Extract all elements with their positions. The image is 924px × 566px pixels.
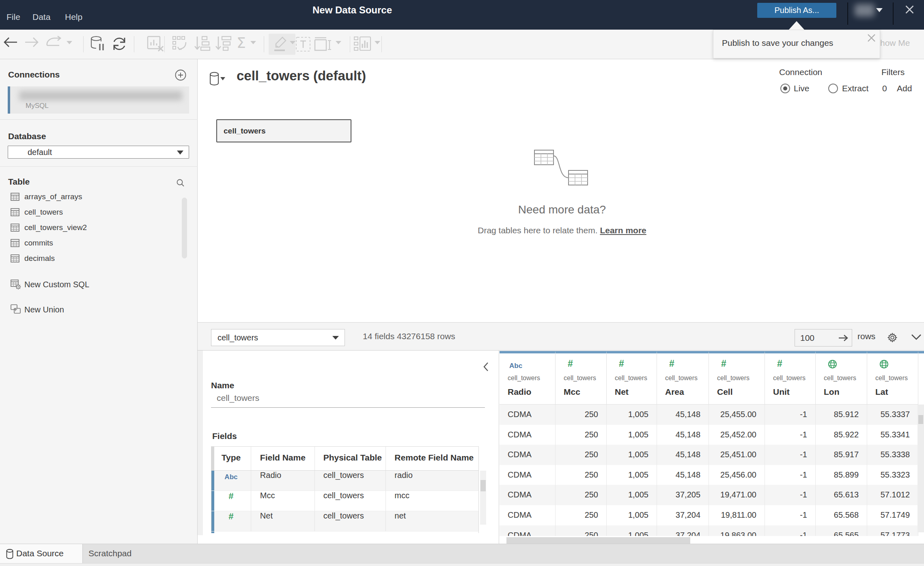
sort-ascending-icon[interactable] (194, 36, 210, 52)
grid-column-header-unit[interactable]: #cell_towersUnit (765, 351, 816, 404)
tooltip-close-icon[interactable] (867, 34, 876, 42)
highlight-caret-icon[interactable] (289, 41, 296, 45)
redo-icon[interactable] (45, 36, 63, 49)
toolbar-separator (264, 36, 264, 52)
menu-file[interactable]: File (6, 12, 20, 22)
number-type-icon: # (228, 491, 233, 501)
window-close-icon[interactable] (905, 5, 914, 14)
sidebar-table-item[interactable]: decimals (0, 251, 181, 266)
menu-data[interactable]: Data (32, 12, 50, 22)
refresh-icon[interactable] (111, 36, 127, 52)
tab-data-source[interactable]: Data Source (0, 544, 83, 563)
show-cards-icon[interactable] (353, 36, 371, 52)
preview-settings-gear-icon[interactable] (887, 333, 897, 342)
swap-rows-columns-icon[interactable] (172, 36, 189, 52)
sidebar-divider (0, 119, 198, 120)
field-type-cell: # (211, 511, 251, 531)
table-header: Table (8, 177, 30, 187)
grid-column-header-lon[interactable]: cell_towersLon (816, 351, 867, 404)
datasource-caret-icon[interactable] (220, 77, 225, 80)
filters-add-link[interactable]: Add (897, 84, 912, 93)
fields-table-row[interactable]: AbcRadiocell_towersradio (211, 471, 478, 491)
sidebar-table-item[interactable]: arrays_of_arrays (0, 189, 181, 204)
name-input[interactable]: cell_towers (217, 393, 259, 403)
toolbar-separator (134, 36, 134, 52)
grid-row[interactable]: CDMA2501,00545,14825,452.00-185.92255.33… (500, 425, 918, 445)
panel-resize-gutter[interactable] (198, 351, 203, 535)
new-custom-sql-button[interactable]: New Custom SQL (0, 276, 181, 293)
fields-scrollbar-track[interactable] (480, 471, 486, 525)
radio-live[interactable] (780, 84, 790, 93)
grid-hscrollbar-thumb[interactable] (506, 537, 690, 544)
grid-column-header-net[interactable]: #cell_towersNet (607, 351, 657, 404)
grid-cell: 1,005 (607, 485, 657, 505)
grid-header-accent (918, 351, 924, 353)
sidebar-scrollbar[interactable] (182, 198, 187, 258)
sidebar-table-item[interactable]: cell_towers_view2 (0, 220, 181, 235)
grid-column-header-mcc[interactable]: #cell_towersMcc (556, 351, 607, 404)
grid-column-header-lat[interactable]: cell_towersLat (867, 351, 918, 404)
fields-table-row[interactable]: #Netcell_towersnet (211, 511, 478, 532)
menu-help[interactable]: Help (65, 12, 82, 22)
database-select[interactable]: default (8, 146, 189, 159)
add-connection-icon[interactable] (175, 69, 186, 81)
sort-descending-icon[interactable] (215, 36, 231, 52)
collapse-panel-icon[interactable] (483, 362, 489, 372)
user-menu-caret-icon[interactable] (876, 8, 883, 12)
highlight-icon[interactable] (273, 36, 289, 52)
datasource-title[interactable]: cell_towers (default) (237, 68, 366, 84)
grid-column-table: cell_towers (508, 374, 540, 382)
forward-button[interactable] (24, 37, 39, 47)
show-cards-caret-icon[interactable] (374, 41, 381, 45)
grid-cell: CDMA (500, 425, 556, 445)
grid-row[interactable]: CDMA2501,00545,14825,455.00-185.91255.33… (500, 405, 918, 425)
fit-caret-icon[interactable] (335, 41, 342, 45)
text-label-icon[interactable] (295, 37, 311, 52)
totals-caret-icon[interactable] (250, 41, 256, 45)
learn-more-link[interactable]: Learn more (600, 226, 646, 235)
pause-updates-icon[interactable] (90, 36, 106, 52)
grid-cell: CDMA (500, 505, 556, 525)
connection-item[interactable]: MySQL (8, 86, 189, 114)
grid-row[interactable]: CDMA2501,00537,20419,811.00-165.56857.17… (500, 505, 918, 525)
preview-table-select[interactable]: cell_towers (211, 329, 345, 346)
preview-collapse-chevron-icon[interactable] (911, 334, 922, 340)
rows-apply-arrow-icon[interactable] (838, 333, 849, 343)
user-avatar[interactable] (855, 4, 874, 17)
radio-live-label[interactable]: Live (794, 84, 810, 93)
fit-axis-icon[interactable] (314, 37, 333, 52)
grid-cell: 250 (556, 405, 607, 425)
new-union-button[interactable]: New Union (0, 301, 181, 318)
sidebar-table-label: cell_towers_view2 (24, 223, 87, 232)
grid-row[interactable]: CDMA2501,00545,14825,451.00-185.91755.33… (500, 445, 918, 465)
grid-column-header-cell[interactable]: #cell_towersCell (709, 351, 765, 404)
fields-scrollbar-thumb[interactable] (480, 480, 486, 491)
publish-tooltip-text: Publish to save your changes (722, 38, 833, 48)
radio-extract-label[interactable]: Extract (842, 84, 868, 93)
sidebar-table-item[interactable]: cell_towers (0, 204, 181, 220)
tab-scratchpad[interactable]: Scratchpad (83, 544, 159, 563)
sidebar-action-label: New Custom SQL (24, 280, 89, 289)
clear-sheet-icon[interactable] (147, 36, 164, 52)
grid-vscrollbar-thumb[interactable] (918, 415, 923, 424)
back-button[interactable] (3, 37, 18, 47)
rows-count-input[interactable]: 100 (795, 329, 852, 346)
sidebar-table-item[interactable]: commits (0, 235, 181, 251)
grid-row[interactable]: CDMA2501,00537,20419,863.00-165.56557.17… (500, 525, 918, 536)
table-node-cell-towers[interactable]: cell_towers (216, 119, 351, 142)
grid-row[interactable]: CDMA2501,00537,20519,471.00-165.61357.10… (500, 485, 918, 505)
redo-caret-icon[interactable] (66, 41, 73, 45)
number-type-icon: # (669, 359, 674, 368)
field-name-cell: Radio (251, 471, 315, 491)
totals-sigma-icon[interactable]: Σ (237, 34, 246, 51)
fields-table-row[interactable]: #Mcccell_towersmcc (211, 491, 478, 511)
grid-column-header-area[interactable]: #cell_towersArea (657, 351, 709, 404)
table-search-icon[interactable] (176, 179, 185, 187)
radio-extract[interactable] (828, 84, 838, 93)
grid-column-header-radio[interactable]: Abccell_towersRadio (500, 351, 556, 404)
grid-cell: 85.922 (816, 425, 867, 445)
grid-cell: 19,471.00 (709, 485, 765, 505)
datasource-db-icon[interactable] (209, 72, 219, 86)
publish-as-button[interactable]: Publish As... (757, 3, 836, 18)
grid-row[interactable]: CDMA2501,00545,14825,456.00-185.89955.33… (500, 465, 918, 485)
